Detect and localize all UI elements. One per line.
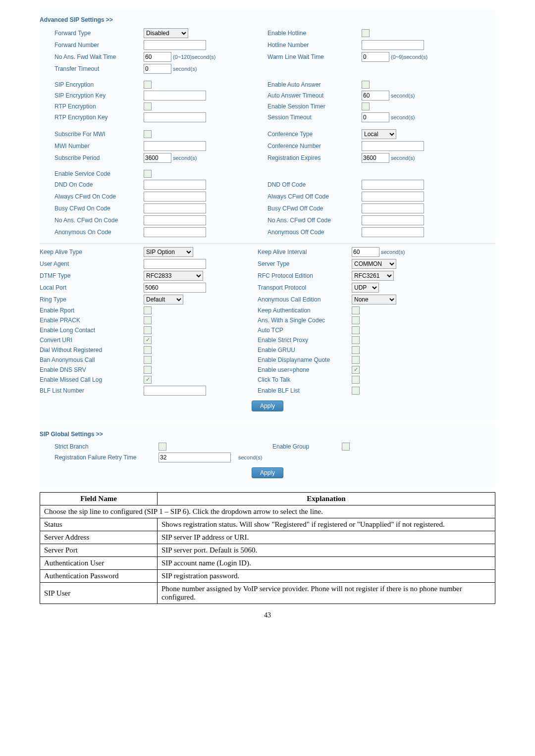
enable-dq-checkbox[interactable]	[352, 356, 360, 364]
enable-prack-checkbox[interactable]	[144, 316, 152, 324]
enable-service-code-checkbox[interactable]	[144, 170, 152, 178]
enable-gruu-label: Enable GRUU	[258, 347, 352, 353]
user-agent-input[interactable]	[144, 259, 206, 269]
enable-dq-label: Enable Displayname Quote	[258, 356, 352, 363]
transport-select[interactable]: UDP	[352, 283, 379, 293]
conference-number-label: Conference Number	[268, 143, 362, 150]
transfer-timeout-input[interactable]	[144, 64, 171, 74]
always-cfwd-on-input[interactable]	[144, 192, 206, 202]
conference-number-input[interactable]	[362, 141, 424, 151]
anon-off-label: Anonymous Off Code	[268, 229, 362, 236]
dnd-on-input[interactable]	[144, 180, 206, 190]
noans-cfwd-off-label: No Ans. CFwd Off Code	[268, 217, 362, 224]
reg-expires-input[interactable]	[362, 153, 389, 163]
enable-up-checkbox[interactable]	[352, 366, 360, 374]
sip-enc-key-label: SIP Encryption Key	[40, 92, 144, 99]
apply-button-2[interactable]: Apply	[252, 467, 283, 478]
reg-fail-label: Registration Failure Retry Time	[40, 454, 159, 461]
ans-single-checkbox[interactable]	[352, 316, 360, 324]
auto-tcp-checkbox[interactable]	[352, 326, 360, 334]
forward-type-select[interactable]: Disabled	[144, 28, 188, 38]
busy-cfwd-on-input[interactable]	[144, 203, 206, 213]
rfc-protocol-label: RFC Protocol Edition	[258, 272, 352, 279]
forward-number-input[interactable]	[144, 40, 206, 50]
session-timeout-input[interactable]	[362, 112, 389, 122]
click-talk-label: Click To Talk	[258, 376, 352, 383]
conference-type-select[interactable]: Local	[362, 129, 396, 139]
rtp-encryption-checkbox[interactable]	[144, 102, 152, 110]
enable-missed-checkbox[interactable]	[144, 376, 152, 384]
enable-up-label: Enable user=phone	[258, 366, 352, 373]
dial-without-reg-checkbox[interactable]	[144, 346, 152, 354]
seconds-unit4: second(s)	[391, 155, 415, 161]
enable-session-timer-checkbox[interactable]	[362, 102, 370, 110]
anon-on-input[interactable]	[144, 227, 206, 237]
keep-alive-interval-input[interactable]	[352, 247, 379, 257]
rtp-enc-key-label: RTP Encryption Key	[40, 114, 144, 121]
anon-off-input[interactable]	[362, 227, 424, 237]
forward-type-label: Forward Type	[40, 30, 144, 37]
transfer-timeout-unit: second(s)	[173, 66, 197, 72]
keep-alive-interval-label: Keep Alive Interval	[258, 249, 352, 255]
enable-auto-answer-checkbox[interactable]	[362, 81, 370, 89]
ban-anon-label: Ban Anonymous Call	[40, 356, 144, 363]
hotline-number-input[interactable]	[362, 40, 424, 50]
keep-auth-label: Keep Authentication	[258, 307, 352, 314]
keep-alive-type-select[interactable]: SIP Option	[144, 247, 193, 257]
dtmf-type-select[interactable]: RFC2833	[144, 271, 203, 281]
sip-enc-key-input[interactable]	[144, 91, 206, 101]
convert-uri-checkbox[interactable]	[144, 336, 152, 344]
table-row-4a: Authentication User	[40, 557, 158, 570]
enable-blf-checkbox[interactable]	[352, 387, 360, 395]
seconds-unit5: second(s)	[381, 249, 405, 255]
warm-line-input[interactable]	[362, 52, 389, 62]
enable-long-contact-checkbox[interactable]	[144, 326, 152, 334]
enable-rport-checkbox[interactable]	[144, 306, 152, 314]
server-type-select[interactable]: COMMON	[352, 259, 396, 269]
enable-dns-srv-checkbox[interactable]	[144, 366, 152, 374]
advanced-header: Advanced SIP Settings >>	[40, 12, 495, 27]
subscribe-period-input[interactable]	[144, 153, 171, 163]
enable-dns-srv-label: Enable DNS SRV	[40, 366, 144, 373]
rfc-protocol-select[interactable]: RFC3261	[352, 271, 394, 281]
click-talk-checkbox[interactable]	[352, 376, 360, 384]
auto-answer-timeout-label: Auto Answer Timeout	[268, 92, 362, 99]
dnd-off-input[interactable]	[362, 180, 424, 190]
noans-fwd-unit: (0~120)second(s)	[173, 54, 216, 60]
mwi-number-input[interactable]	[144, 141, 206, 151]
busy-cfwd-off-input[interactable]	[362, 203, 424, 213]
enable-group-checkbox[interactable]	[342, 443, 350, 451]
rtp-enc-key-input[interactable]	[144, 112, 206, 122]
anon-call-label: Anonymous Call Edition	[258, 296, 352, 303]
sip-encryption-checkbox[interactable]	[144, 81, 152, 89]
always-cfwd-off-input[interactable]	[362, 192, 424, 202]
blf-list-input[interactable]	[144, 386, 206, 396]
auto-answer-timeout-input[interactable]	[362, 91, 389, 101]
reg-fail-input[interactable]	[159, 453, 231, 462]
local-port-input[interactable]	[144, 283, 206, 293]
enable-gruu-checkbox[interactable]	[352, 346, 360, 354]
apply-button-1[interactable]: Apply	[252, 401, 283, 411]
server-type-label: Server Type	[258, 260, 352, 267]
table-row-0: Choose the sip line to configured (SIP 1…	[40, 505, 495, 518]
anon-call-select[interactable]: None	[352, 295, 396, 304]
enable-hotline-checkbox[interactable]	[362, 29, 370, 37]
noans-fwd-input[interactable]	[144, 52, 171, 62]
table-row-6b: Phone number assigned by VoIP service pr…	[158, 583, 495, 604]
seconds-unit6: second(s)	[238, 454, 262, 460]
reg-expires-label: Registration Expires	[268, 154, 362, 161]
seconds-unit2: second(s)	[391, 114, 415, 120]
noans-cfwd-off-input[interactable]	[362, 215, 424, 225]
keep-auth-checkbox[interactable]	[352, 306, 360, 314]
warm-line-label: Warm Line Wait Time	[268, 53, 362, 60]
mwi-number-label: MWI Number	[40, 143, 144, 150]
subscribe-mwi-label: Subscribe For MWI	[40, 131, 144, 138]
noans-cfwd-on-input[interactable]	[144, 215, 206, 225]
strict-proxy-checkbox[interactable]	[352, 336, 360, 344]
ring-type-select[interactable]: Default	[144, 295, 183, 304]
transfer-timeout-label: Transfer Timeout	[40, 65, 144, 72]
seconds-unit3: second(s)	[173, 155, 197, 161]
subscribe-mwi-checkbox[interactable]	[144, 130, 152, 138]
strict-branch-checkbox[interactable]	[159, 443, 166, 451]
ban-anon-checkbox[interactable]	[144, 356, 152, 364]
